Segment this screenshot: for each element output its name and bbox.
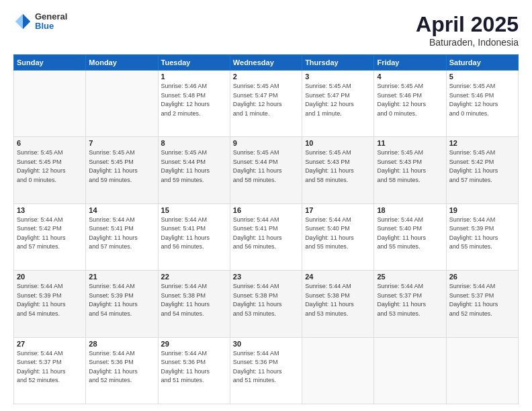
day-info: Sunrise: 5:45 AMSunset: 5:46 PMDaylight:… xyxy=(377,82,443,118)
table-row: 29Sunrise: 5:44 AMSunset: 5:36 PMDayligh… xyxy=(158,337,230,404)
table-row: 14Sunrise: 5:44 AMSunset: 5:41 PMDayligh… xyxy=(86,203,158,270)
logo: General Blue xyxy=(13,12,67,32)
day-number: 19 xyxy=(449,206,515,214)
col-monday: Monday xyxy=(86,55,158,71)
logo-icon xyxy=(13,12,32,31)
day-info: Sunrise: 5:44 AMSunset: 5:36 PMDaylight:… xyxy=(89,349,154,385)
day-number: 22 xyxy=(161,273,227,281)
day-info: Sunrise: 5:44 AMSunset: 5:41 PMDaylight:… xyxy=(161,216,227,252)
calendar-week-row: 13Sunrise: 5:44 AMSunset: 5:42 PMDayligh… xyxy=(14,203,519,270)
header: General Blue April 2025 Baturaden, Indon… xyxy=(13,12,519,48)
day-info: Sunrise: 5:44 AMSunset: 5:39 PMDaylight:… xyxy=(449,216,515,252)
table-row: 28Sunrise: 5:44 AMSunset: 5:36 PMDayligh… xyxy=(86,337,158,404)
table-row: 25Sunrise: 5:44 AMSunset: 5:37 PMDayligh… xyxy=(374,271,446,337)
logo-blue: Blue xyxy=(35,21,67,31)
day-info: Sunrise: 5:44 AMSunset: 5:37 PMDaylight:… xyxy=(449,282,515,318)
table-row: 24Sunrise: 5:44 AMSunset: 5:38 PMDayligh… xyxy=(302,271,374,337)
table-row: 22Sunrise: 5:44 AMSunset: 5:38 PMDayligh… xyxy=(158,271,230,337)
day-number: 18 xyxy=(377,206,443,214)
day-number: 11 xyxy=(377,139,443,147)
table-row: 4Sunrise: 5:45 AMSunset: 5:46 PMDaylight… xyxy=(374,71,446,137)
table-row: 19Sunrise: 5:44 AMSunset: 5:39 PMDayligh… xyxy=(446,203,518,270)
day-info: Sunrise: 5:44 AMSunset: 5:37 PMDaylight:… xyxy=(17,349,83,385)
day-info: Sunrise: 5:44 AMSunset: 5:41 PMDaylight:… xyxy=(89,216,154,252)
table-row: 27Sunrise: 5:44 AMSunset: 5:37 PMDayligh… xyxy=(14,337,86,404)
day-number: 29 xyxy=(161,340,227,348)
col-thursday: Thursday xyxy=(302,55,374,71)
day-number: 14 xyxy=(89,206,154,214)
day-info: Sunrise: 5:44 AMSunset: 5:38 PMDaylight:… xyxy=(305,282,371,318)
day-number: 25 xyxy=(377,273,443,281)
table-row xyxy=(86,71,158,137)
day-number: 5 xyxy=(449,73,515,81)
day-number: 24 xyxy=(305,273,371,281)
table-row: 6Sunrise: 5:45 AMSunset: 5:45 PMDaylight… xyxy=(14,137,86,203)
day-info: Sunrise: 5:44 AMSunset: 5:37 PMDaylight:… xyxy=(377,282,443,318)
day-info: Sunrise: 5:45 AMSunset: 5:45 PMDaylight:… xyxy=(17,148,83,185)
table-row: 18Sunrise: 5:44 AMSunset: 5:40 PMDayligh… xyxy=(374,203,446,270)
title-month: April 2025 xyxy=(416,12,519,37)
table-row xyxy=(374,337,446,404)
day-info: Sunrise: 5:44 AMSunset: 5:38 PMDaylight:… xyxy=(161,282,227,318)
day-info: Sunrise: 5:45 AMSunset: 5:44 PMDaylight:… xyxy=(161,148,227,185)
day-info: Sunrise: 5:44 AMSunset: 5:40 PMDaylight:… xyxy=(305,216,371,252)
svg-marker-0 xyxy=(23,14,30,29)
table-row xyxy=(14,71,86,137)
day-info: Sunrise: 5:46 AMSunset: 5:48 PMDaylight:… xyxy=(161,82,227,118)
day-number: 4 xyxy=(377,73,443,81)
day-number: 17 xyxy=(305,206,371,214)
day-number: 15 xyxy=(161,206,227,214)
col-friday: Friday xyxy=(374,55,446,71)
day-info: Sunrise: 5:45 AMSunset: 5:44 PMDaylight:… xyxy=(233,148,299,185)
table-row: 13Sunrise: 5:44 AMSunset: 5:42 PMDayligh… xyxy=(14,203,86,270)
day-info: Sunrise: 5:45 AMSunset: 5:46 PMDaylight:… xyxy=(449,82,515,118)
day-info: Sunrise: 5:44 AMSunset: 5:40 PMDaylight:… xyxy=(377,216,443,252)
table-row: 26Sunrise: 5:44 AMSunset: 5:37 PMDayligh… xyxy=(446,271,518,337)
table-row xyxy=(446,337,518,404)
table-row: 23Sunrise: 5:44 AMSunset: 5:38 PMDayligh… xyxy=(230,271,302,337)
day-info: Sunrise: 5:45 AMSunset: 5:42 PMDaylight:… xyxy=(449,148,515,185)
day-number: 30 xyxy=(233,340,299,348)
day-number: 16 xyxy=(233,206,299,214)
calendar-week-row: 6Sunrise: 5:45 AMSunset: 5:45 PMDaylight… xyxy=(14,137,519,203)
table-row xyxy=(302,337,374,404)
day-info: Sunrise: 5:44 AMSunset: 5:39 PMDaylight:… xyxy=(89,282,154,318)
col-tuesday: Tuesday xyxy=(158,55,230,71)
logo-general: General xyxy=(35,12,67,21)
col-saturday: Saturday xyxy=(446,55,518,71)
day-number: 1 xyxy=(161,73,227,81)
day-info: Sunrise: 5:44 AMSunset: 5:36 PMDaylight:… xyxy=(233,349,299,385)
day-info: Sunrise: 5:45 AMSunset: 5:43 PMDaylight:… xyxy=(305,148,371,185)
day-number: 9 xyxy=(233,139,299,147)
day-number: 8 xyxy=(161,139,227,147)
table-row: 11Sunrise: 5:45 AMSunset: 5:43 PMDayligh… xyxy=(374,137,446,203)
calendar-week-row: 20Sunrise: 5:44 AMSunset: 5:39 PMDayligh… xyxy=(14,271,519,337)
table-row: 12Sunrise: 5:45 AMSunset: 5:42 PMDayligh… xyxy=(446,137,518,203)
day-info: Sunrise: 5:44 AMSunset: 5:42 PMDaylight:… xyxy=(17,216,83,252)
day-number: 23 xyxy=(233,273,299,281)
table-row: 21Sunrise: 5:44 AMSunset: 5:39 PMDayligh… xyxy=(86,271,158,337)
day-number: 7 xyxy=(89,139,154,147)
title-block: April 2025 Baturaden, Indonesia xyxy=(416,12,519,48)
day-number: 3 xyxy=(305,73,371,81)
day-number: 6 xyxy=(17,139,83,147)
title-location: Baturaden, Indonesia xyxy=(416,37,519,48)
day-info: Sunrise: 5:45 AMSunset: 5:45 PMDaylight:… xyxy=(89,148,154,185)
table-row: 16Sunrise: 5:44 AMSunset: 5:41 PMDayligh… xyxy=(230,203,302,270)
day-info: Sunrise: 5:45 AMSunset: 5:43 PMDaylight:… xyxy=(377,148,443,185)
day-number: 28 xyxy=(89,340,154,348)
calendar-week-row: 1Sunrise: 5:46 AMSunset: 5:48 PMDaylight… xyxy=(14,71,519,137)
table-row: 3Sunrise: 5:45 AMSunset: 5:47 PMDaylight… xyxy=(302,71,374,137)
day-number: 12 xyxy=(449,139,515,147)
day-number: 10 xyxy=(305,139,371,147)
col-wednesday: Wednesday xyxy=(230,55,302,71)
day-info: Sunrise: 5:44 AMSunset: 5:39 PMDaylight:… xyxy=(17,282,83,318)
day-number: 20 xyxy=(17,273,83,281)
day-info: Sunrise: 5:44 AMSunset: 5:38 PMDaylight:… xyxy=(233,282,299,318)
table-row: 2Sunrise: 5:45 AMSunset: 5:47 PMDaylight… xyxy=(230,71,302,137)
table-row: 5Sunrise: 5:45 AMSunset: 5:46 PMDaylight… xyxy=(446,71,518,137)
table-row: 17Sunrise: 5:44 AMSunset: 5:40 PMDayligh… xyxy=(302,203,374,270)
table-row: 7Sunrise: 5:45 AMSunset: 5:45 PMDaylight… xyxy=(86,137,158,203)
svg-marker-1 xyxy=(15,14,23,29)
day-number: 13 xyxy=(17,206,83,214)
